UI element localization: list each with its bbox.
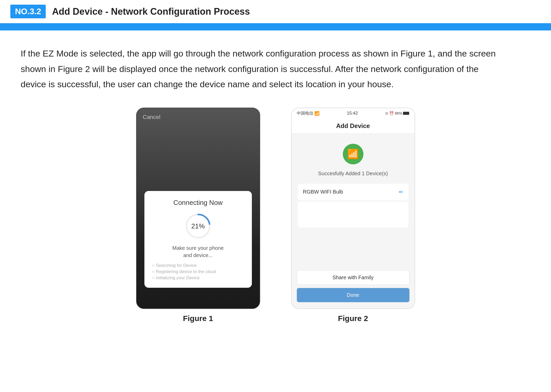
phone-title: Add Device (292, 119, 415, 133)
success-text: Succesfully Added 1 Device(s) (298, 171, 408, 177)
status-bar: 中国电信 📶 15:42 ⊙ ⏰ 66% (292, 108, 415, 119)
phone-frame-2: 中国电信 📶 15:42 ⊙ ⏰ 66% Add Device 📶 (291, 108, 415, 309)
wifi-success-icon: 📶 (343, 144, 363, 164)
accent-bar (0, 23, 551, 30)
page-header: NO.3.2 Add Device - Network Configuratio… (0, 0, 551, 23)
status-item-3: ○ Initializing your Device (152, 275, 247, 281)
phone-footer: Share with Family Done (292, 266, 415, 308)
battery-icon: ⊙ (385, 111, 388, 115)
status-item-2: ○ Registering device to the cloud (152, 269, 247, 274)
connecting-title: Connecting Now (150, 199, 247, 207)
section-badge: NO.3.2 (10, 5, 46, 18)
share-with-family-button[interactable]: Share with Family (297, 270, 409, 285)
battery-bar (403, 112, 409, 115)
figure2-wrapper: 中国电信 📶 15:42 ⊙ ⏰ 66% Add Device 📶 (291, 108, 415, 323)
status-list: ○ Searching for Device ○ Registering dev… (150, 263, 247, 281)
figure1-wrapper: Cancel Connecting Now 21% Make sure your… (136, 108, 260, 323)
progress-circle: 21% (184, 212, 212, 240)
body-description: If the EZ Mode is selected, the app will… (0, 30, 517, 102)
edit-icon[interactable]: ✏ (399, 189, 403, 195)
done-button[interactable]: Done (297, 288, 409, 302)
status-time: 15:42 (347, 111, 358, 116)
device-row: RGBW WIFI Bulb ✏ (298, 184, 408, 200)
phone-frame-1: Cancel Connecting Now 21% Make sure your… (136, 108, 260, 309)
status-battery: ⊙ ⏰ 66% (385, 111, 409, 115)
figure1-label: Figure 1 (183, 314, 213, 323)
wifi-symbol: 📶 (347, 149, 359, 159)
connecting-card: Connecting Now 21% Make sure your phonea… (144, 191, 252, 288)
figure2-label: Figure 2 (338, 314, 368, 323)
page-title: Add Device - Network Configuration Proce… (52, 6, 250, 17)
figures-container: Cancel Connecting Now 21% Make sure your… (0, 102, 551, 338)
wifi-status-icon: 📶 (314, 111, 320, 116)
status-carrier: 中国电信 📶 (297, 111, 320, 116)
status-item-1: ○ Searching for Device (152, 263, 247, 268)
phone-body: 📶 Succesfully Added 1 Device(s) RGBW WIF… (292, 133, 415, 228)
device-name: RGBW WIFI Bulb (303, 189, 343, 195)
device-location-area (298, 202, 408, 228)
cancel-button[interactable]: Cancel (143, 114, 160, 121)
alarm-icon: ⏰ (389, 111, 394, 115)
connecting-subtitle: Make sure your phoneand device... (150, 244, 247, 259)
progress-text: 21% (191, 222, 205, 230)
